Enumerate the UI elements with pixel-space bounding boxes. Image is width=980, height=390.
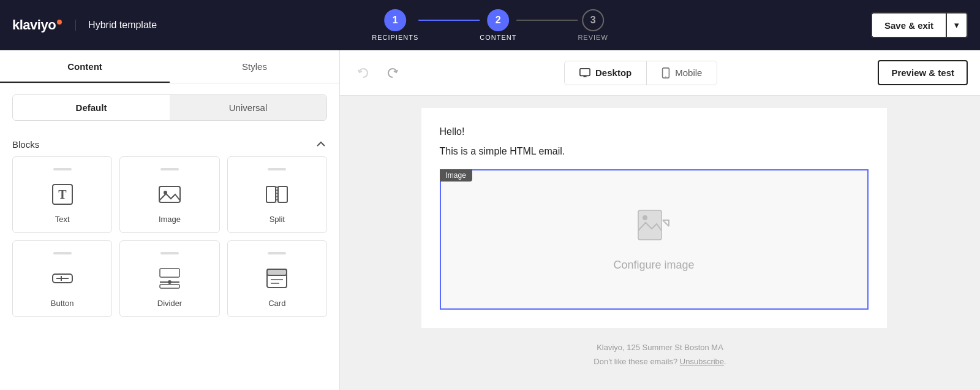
mobile-icon bbox=[662, 67, 670, 78]
view-toggle-group: Default Universal bbox=[12, 94, 327, 121]
right-panel: Desktop Mobile Preview & test Hello! Thi bbox=[340, 50, 980, 390]
logo-area: klaviyo Hybrid template bbox=[12, 17, 157, 33]
svg-rect-10 bbox=[160, 269, 179, 277]
email-body: This is a simple HTML email. bbox=[440, 146, 869, 157]
toggle-universal[interactable]: Universal bbox=[170, 95, 326, 120]
tab-content[interactable]: Content bbox=[0, 50, 170, 83]
block-split[interactable]: Split bbox=[227, 156, 327, 233]
svg-rect-18 bbox=[580, 68, 590, 75]
drag-handle bbox=[160, 168, 179, 170]
drag-handle bbox=[268, 168, 286, 170]
svg-point-24 bbox=[643, 215, 647, 220]
text-icon: T bbox=[47, 179, 78, 210]
drag-handle bbox=[53, 168, 72, 170]
app-header: klaviyo Hybrid template 1 RECIPIENTS 2 C… bbox=[0, 0, 980, 50]
email-footer: Klaviyo, 125 Summer St Boston MA Don't l… bbox=[421, 328, 899, 375]
desktop-icon bbox=[579, 67, 590, 78]
step-line-1 bbox=[418, 20, 480, 21]
tab-styles[interactable]: Styles bbox=[170, 50, 339, 83]
blocks-grid-row1: T Text Image bbox=[0, 156, 339, 240]
block-button[interactable]: Button bbox=[12, 240, 112, 317]
desktop-view-button[interactable]: Desktop bbox=[565, 61, 646, 85]
step-3-circle[interactable]: 3 bbox=[582, 9, 604, 31]
toggle-default[interactable]: Default bbox=[13, 95, 170, 120]
drag-handle bbox=[268, 252, 286, 254]
svg-rect-4 bbox=[266, 186, 276, 202]
block-card[interactable]: Card bbox=[227, 240, 327, 317]
split-icon bbox=[262, 179, 292, 210]
unsubscribe-link[interactable]: Unsubscribe bbox=[680, 357, 724, 366]
undo-button[interactable] bbox=[352, 62, 374, 84]
svg-point-22 bbox=[665, 76, 666, 77]
button-icon bbox=[47, 263, 78, 294]
svg-rect-5 bbox=[278, 186, 287, 202]
email-canvas: Hello! This is a simple HTML email. Imag… bbox=[340, 96, 980, 390]
block-divider-label: Divider bbox=[157, 299, 182, 308]
divider-icon bbox=[154, 263, 185, 294]
svg-rect-13 bbox=[160, 285, 179, 288]
save-exit-dropdown-button[interactable]: ▾ bbox=[946, 12, 968, 38]
block-split-label: Split bbox=[270, 215, 285, 224]
blocks-grid-row2: Button Divider bbox=[0, 240, 339, 324]
preview-test-button[interactable]: Preview & test bbox=[878, 60, 968, 85]
step-1-label: RECIPIENTS bbox=[372, 34, 418, 41]
image-placeholder-icon bbox=[636, 207, 673, 250]
step-2-circle[interactable]: 2 bbox=[487, 9, 509, 31]
step-2-label: CONTENT bbox=[480, 34, 516, 41]
logo-text: klaviyo bbox=[12, 17, 62, 32]
configure-image-text: Configure image bbox=[613, 259, 694, 272]
svg-text:T: T bbox=[58, 188, 67, 201]
main-layout: Content Styles Default Universal Blocks bbox=[0, 50, 980, 390]
svg-point-12 bbox=[168, 280, 172, 284]
footer-address: Klaviyo, 125 Summer St Boston MA bbox=[421, 340, 899, 354]
logo-dot bbox=[57, 20, 62, 25]
mobile-view-button[interactable]: Mobile bbox=[647, 61, 717, 85]
drag-handle bbox=[53, 252, 72, 254]
view-toggle: Desktop Mobile bbox=[564, 61, 717, 85]
step-3: 3 REVIEW bbox=[578, 9, 608, 41]
toolbar: Desktop Mobile Preview & test bbox=[340, 50, 980, 96]
step-2: 2 CONTENT bbox=[480, 9, 516, 41]
block-text[interactable]: T Text bbox=[12, 156, 112, 233]
footer-unsubscribe: Don't like these emails? Unsubscribe. bbox=[421, 354, 899, 369]
email-greeting: Hello! bbox=[440, 126, 869, 137]
block-card-label: Card bbox=[268, 299, 285, 308]
left-panel: Content Styles Default Universal Blocks bbox=[0, 50, 340, 390]
card-icon bbox=[262, 263, 292, 294]
blocks-header: Blocks bbox=[0, 132, 339, 156]
block-divider[interactable]: Divider bbox=[119, 240, 219, 317]
svg-rect-15 bbox=[267, 269, 287, 275]
template-name: Hybrid template bbox=[75, 20, 157, 31]
block-image-label: Image bbox=[159, 215, 181, 224]
tab-bar: Content Styles bbox=[0, 50, 339, 83]
block-text-label: Text bbox=[55, 215, 70, 224]
block-image[interactable]: Image bbox=[119, 156, 219, 233]
header-actions: Save & exit ▾ bbox=[871, 12, 968, 38]
svg-rect-2 bbox=[159, 186, 180, 202]
drag-handle bbox=[160, 252, 179, 254]
email-content: Hello! This is a simple HTML email. Imag… bbox=[421, 108, 887, 328]
image-icon bbox=[154, 179, 185, 210]
redo-button[interactable] bbox=[382, 62, 404, 84]
block-button-label: Button bbox=[51, 299, 74, 308]
step-1: 1 RECIPIENTS bbox=[372, 9, 418, 41]
blocks-title: Blocks bbox=[12, 139, 39, 150]
klaviyo-logo: klaviyo bbox=[12, 17, 62, 33]
save-exit-button[interactable]: Save & exit bbox=[871, 12, 946, 38]
step-line-2 bbox=[516, 20, 578, 21]
image-tag: Image bbox=[440, 169, 472, 182]
image-block[interactable]: Image Configur bbox=[440, 169, 869, 310]
stepper: 1 RECIPIENTS 2 CONTENT 3 REVIEW bbox=[372, 9, 608, 41]
blocks-collapse-icon[interactable] bbox=[315, 138, 327, 150]
image-placeholder: Configure image bbox=[441, 170, 867, 308]
step-3-label: REVIEW bbox=[578, 34, 608, 41]
step-1-circle[interactable]: 1 bbox=[384, 9, 406, 31]
